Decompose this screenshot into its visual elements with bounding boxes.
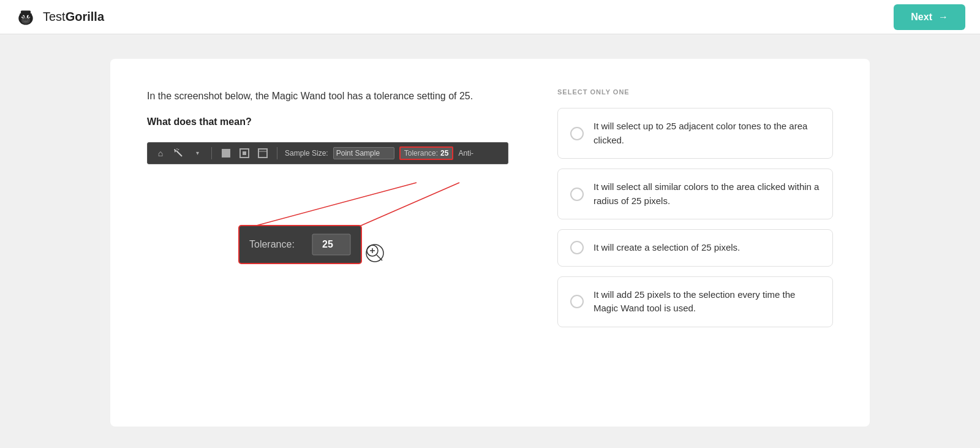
- option-text-1: It will select up to 25 adjacent color t…: [594, 120, 820, 147]
- radio-1[interactable]: [570, 127, 584, 140]
- option-text-3: It will create a selection of 25 pixels.: [594, 241, 740, 255]
- option-item-2[interactable]: It will select all similar colors to the…: [557, 169, 833, 219]
- question-description: In the screenshot below, the Magic Wand …: [147, 88, 508, 104]
- radio-4[interactable]: [570, 295, 584, 308]
- radio-3[interactable]: [570, 241, 584, 254]
- toolbar-zoom-container: ⌂ ▾: [147, 142, 508, 287]
- square-icon-3: [256, 146, 270, 160]
- tolerance-group: Tolerance: 25: [399, 146, 454, 160]
- svg-text:Tolerance:: Tolerance:: [249, 239, 295, 249]
- svg-point-12: [26, 19, 27, 20]
- ps-toolbar: ⌂ ▾: [147, 142, 508, 164]
- left-panel: In the screenshot below, the Magic Wand …: [147, 88, 508, 397]
- radio-2[interactable]: [570, 188, 584, 201]
- svg-point-11: [24, 19, 26, 20]
- svg-line-31: [377, 255, 382, 260]
- option-item-3[interactable]: It will create a selection of 25 pixels.: [557, 229, 833, 267]
- next-button[interactable]: Next →: [894, 4, 965, 30]
- question-bold: What does that mean?: [147, 116, 508, 127]
- content-card: In the screenshot below, the Magic Wand …: [110, 59, 870, 427]
- options-list: It will select up to 25 adjacent color t…: [557, 108, 833, 327]
- tolerance-label: Tolerance:: [404, 149, 438, 158]
- svg-point-5: [23, 16, 24, 18]
- square-icon-1: [219, 146, 233, 160]
- svg-line-17: [178, 149, 179, 150]
- app-header: TestGorilla Next →: [0, 0, 980, 34]
- anti-alias-label: Anti-: [458, 149, 473, 158]
- logo-icon: [15, 6, 37, 28]
- svg-line-23: [245, 183, 417, 229]
- svg-rect-20: [243, 151, 246, 155]
- svg-line-13: [176, 151, 182, 156]
- separator: [211, 147, 212, 159]
- logo-text: TestGorilla: [43, 10, 104, 24]
- tolerance-value: 25: [440, 149, 448, 158]
- arrow-icon: →: [938, 12, 948, 23]
- logo-area: TestGorilla: [15, 6, 104, 28]
- svg-line-24: [354, 183, 459, 229]
- sample-size-label: Sample Size:: [285, 149, 328, 158]
- option-text-4: It will add 25 pixels to the selection e…: [594, 288, 820, 316]
- sample-size-select: Point Sample: [333, 147, 394, 159]
- svg-point-7: [23, 20, 28, 23]
- svg-rect-21: [258, 149, 267, 158]
- home-icon: ⌂: [154, 146, 167, 160]
- connector-lines: Tolerance: 25: [147, 164, 508, 287]
- option-text-2: It will select all similar colors to the…: [594, 180, 820, 208]
- right-panel: SELECT ONLY ONE It will select up to 25 …: [557, 88, 833, 397]
- separator-2: [277, 147, 277, 159]
- option-item-4[interactable]: It will add 25 pixels to the selection e…: [557, 276, 833, 327]
- option-item-1[interactable]: It will select up to 25 adjacent color t…: [557, 108, 833, 159]
- svg-point-9: [29, 13, 32, 17]
- chevron-down-icon: ▾: [190, 146, 204, 160]
- svg-point-8: [20, 13, 23, 17]
- magic-wand-icon: [172, 146, 186, 160]
- svg-rect-18: [222, 149, 230, 158]
- select-instruction: SELECT ONLY ONE: [557, 88, 833, 96]
- svg-rect-10: [21, 10, 31, 13]
- svg-text:25: 25: [322, 239, 333, 249]
- main-content: In the screenshot below, the Magic Wand …: [61, 34, 919, 448]
- square-icon-2: [238, 146, 251, 160]
